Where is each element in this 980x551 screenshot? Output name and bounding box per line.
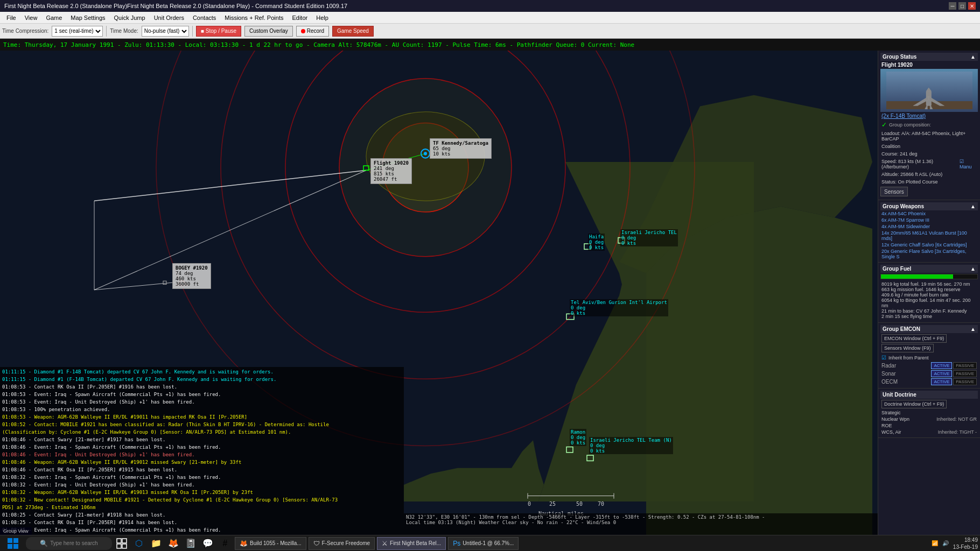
group-emcon-chevron[interactable]: ▲ xyxy=(970,326,976,332)
svg-text:50: 50 xyxy=(576,501,583,507)
map-area[interactable]: 0 25 50 70 Nautical miles TF Kennedy/Sar… xyxy=(0,51,878,535)
taskbar-teams-icon[interactable]: 💬 xyxy=(200,537,215,550)
toolbar-sep-1 xyxy=(106,26,107,37)
group-fuel-chevron[interactable]: ▲ xyxy=(970,266,976,272)
log-entry-7: 01:08:52 - Contact: MOBILE #1921 has bee… xyxy=(2,421,402,428)
sonar-passive-button[interactable]: PASSIVE xyxy=(953,370,977,377)
wcs-row: WCS, Air Inherited: TIGHT - xyxy=(880,429,978,435)
status-text: Time: Thursday, 17 January 1991 - Zulu: … xyxy=(3,41,634,48)
sonar-btn-group: ACTIVE PASSIVE xyxy=(931,370,977,377)
sensors-button[interactable]: Sensors xyxy=(880,187,908,196)
weapon-0[interactable]: 4x AIM-54C Phoenix xyxy=(880,210,978,217)
taskbar-firstnight-app[interactable]: ⚔ First Night Beta Rel... xyxy=(377,537,446,550)
time-compression-label: Time Compression: xyxy=(2,28,48,34)
menu-unit-orders[interactable]: Unit Orders xyxy=(150,13,188,22)
fuel-line-3: 6054 kg to Bingo fuel. 14 min 47 sec. 20… xyxy=(881,298,977,308)
close-button[interactable]: ✕ xyxy=(968,2,976,10)
unit-doctrine-section: Unit Doctrine Doctrine Window (Ctrl + F9… xyxy=(878,388,980,438)
emcon-window-button[interactable]: EMCON Window (Ctrl + F9) xyxy=(881,334,947,343)
doctrine-window-button[interactable]: Doctrine Window (Ctrl + F9) xyxy=(881,400,947,408)
manu-checkbox[interactable]: ☑ Manu xyxy=(960,159,977,169)
log-entry-5: 01:08:53 - 100% penetration achieved. xyxy=(2,406,402,413)
wcs-value: Inherited: TIGHT - xyxy=(938,429,977,435)
menu-quick-jump[interactable]: Quick Jump xyxy=(110,13,150,22)
task-view-icon xyxy=(116,538,127,549)
taskbar-freedome-app[interactable]: 🛡 F-Secure Freedome xyxy=(309,537,375,550)
composition-check-icon: ✓ xyxy=(881,121,887,129)
record-dot-icon xyxy=(301,29,305,33)
group-composition-row: ✓ Group composition: xyxy=(880,120,978,130)
fuel-line-0: 8019 kg total fuel. 19 min 56 sec. 270 n… xyxy=(881,281,977,287)
weapon-5[interactable]: 20x Generic Flare Salvo [3x Cartridges, … xyxy=(880,248,978,260)
mozilla-icon: 🦊 xyxy=(240,540,248,547)
inherit-label: Inherit from Parent xyxy=(888,355,929,361)
log-entry-0: 01:11:15 - Diamond #1 F-14B Tomcat) depa… xyxy=(2,368,402,376)
taskbar-mozilla-app[interactable]: 🦊 Build 1055 - Mozilla... xyxy=(235,537,306,550)
taskbar-edge-icon[interactable]: ⬡ xyxy=(131,537,146,550)
sonar-active-button[interactable]: ACTIVE xyxy=(931,370,952,377)
stop-pause-button[interactable]: ■ Stop / Pause xyxy=(196,26,241,37)
time-compression-select[interactable]: 1 sec (real-time) 5 sec 15 sec xyxy=(52,26,103,37)
taskbar-slack-icon[interactable]: # xyxy=(218,537,233,550)
tel-aviv-label: Tel Aviv/Ben Gurion Int'l Airport0 deg0 … xyxy=(570,299,668,316)
menu-editor[interactable]: Editor xyxy=(288,13,312,22)
weapons-list: 4x AIM-54C Phoenix 6x AIM-7M Sparrow III… xyxy=(880,210,978,260)
title-bar: First Night Beta Release 2.0 (Standalone… xyxy=(0,0,980,12)
weapon-4[interactable]: 12x Generic Chaff Salvo [6x Cartridges] xyxy=(880,242,978,248)
freedome-label: F-Secure Freedome xyxy=(322,540,370,546)
game-speed-button[interactable]: Game Speed xyxy=(332,26,374,37)
minimize-button[interactable]: ─ xyxy=(949,2,956,10)
menu-help[interactable]: Help xyxy=(312,13,333,22)
taskbar: 🔍 Type here to search ⬡ 📁 🦊 📓 💬 # 🦊 Buil… xyxy=(0,535,980,551)
wcs-label: WCS, Air xyxy=(881,429,901,435)
taskbar-start-button[interactable] xyxy=(2,537,24,550)
group-status-chevron[interactable]: ▲ xyxy=(970,54,976,60)
log-entry-2: 01:08:53 - Contact RK Osa II [Pr.205ER] … xyxy=(2,383,402,391)
custom-overlay-button[interactable]: Custom Overlay xyxy=(244,26,293,37)
speed-label: Speed: 813 kts (M 1.36) (Afterburner) xyxy=(881,159,960,169)
log-entry-19: 01:08:25 - Contact Swary [21-meter] #191… xyxy=(2,511,402,519)
bogey-1920-tooltip: BOGEY #192074 deg460 kts36000 ft xyxy=(172,263,211,289)
search-bar[interactable]: 🔍 Type here to search xyxy=(26,537,112,550)
loadout-label: Loadout: A/A: AIM-54C Phoenix, Light+ Ba… xyxy=(880,130,978,143)
radar-passive-button[interactable]: PASSIVE xyxy=(953,362,977,369)
maximize-button[interactable]: □ xyxy=(958,2,966,10)
radar-active-button[interactable]: ACTIVE xyxy=(931,362,952,369)
oecm-passive-button[interactable]: PASSIVE xyxy=(953,378,977,385)
taskbar-photoshop-app[interactable]: Ps Untitled-1 @ 66.7%... xyxy=(448,537,519,550)
group-weapons-chevron[interactable]: ▲ xyxy=(970,203,976,209)
oecm-label: OECM xyxy=(881,379,903,385)
weapon-3[interactable]: 14x 20mm/65 M61A1 Vulcan Burst [100 rnds… xyxy=(880,230,978,242)
taskbar-files-icon[interactable]: 📁 xyxy=(149,537,164,550)
log-entry-4: 01:08:53 - Event: Iraq - Unit Destroyed … xyxy=(2,398,402,406)
taskbar-firefox-icon[interactable]: 🦊 xyxy=(166,537,181,550)
status-label: Status: On Plotted Course xyxy=(880,178,978,186)
menu-view[interactable]: View xyxy=(20,13,42,22)
task-view-button[interactable] xyxy=(114,537,129,550)
group-fuel-header: Group Fuel ▲ xyxy=(880,265,978,273)
network-icon[interactable]: 📶 xyxy=(932,540,938,546)
menu-file[interactable]: File xyxy=(2,13,20,22)
fuel-bar xyxy=(881,274,953,279)
aircraft-link[interactable]: (2x F-14B Tomcat) xyxy=(881,113,977,119)
menu-map-settings[interactable]: Map Settings xyxy=(66,13,109,22)
menu-contacts[interactable]: Contacts xyxy=(188,13,220,22)
record-button[interactable]: Record xyxy=(296,26,329,37)
menu-game[interactable]: Game xyxy=(41,13,66,22)
oecm-row: OECM ACTIVE PASSIVE xyxy=(880,378,978,386)
svg-point-17 xyxy=(424,152,427,155)
weapon-2[interactable]: 4x AIM-9M Sidewinder xyxy=(880,223,978,230)
taskbar-onenote-icon[interactable]: 📓 xyxy=(183,537,198,550)
freedome-icon: 🛡 xyxy=(313,540,320,547)
inherit-checkbox-row: ☑ Inherit from Parent xyxy=(880,354,978,362)
time-mode-select[interactable]: No-pulse (fast) Pulsed xyxy=(142,26,189,37)
sensors-window-button[interactable]: Sensors Window (F9) xyxy=(881,344,934,352)
svg-rect-47 xyxy=(117,544,121,548)
oecm-active-button[interactable]: ACTIVE xyxy=(931,378,952,385)
menu-missions[interactable]: Missions + Ref. Points xyxy=(220,13,288,22)
log-panel[interactable]: 01:11:15 - Diamond #1 F-14B Tomcat) depa… xyxy=(0,367,404,535)
inherit-checkbox[interactable]: ☑ xyxy=(881,355,886,361)
flight-19020-tooltip: Flight 19020241 deg815 kts26047 ft xyxy=(370,158,412,184)
weapon-1[interactable]: 6x AIM-7M Sparrow III xyxy=(880,217,978,223)
volume-icon[interactable]: 🔊 xyxy=(942,540,949,546)
